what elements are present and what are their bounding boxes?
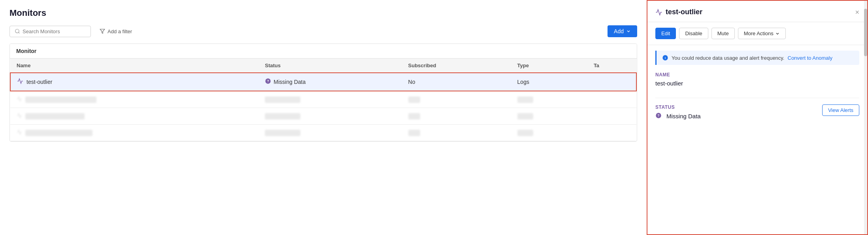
filter-button[interactable]: Add a filter [96,26,136,37]
col-type: Type [511,59,587,73]
detail-panel-title: test-outlier [655,8,702,16]
monitor-icon [17,96,22,103]
toolbar: Add a filter Add [9,25,637,37]
col-ta: Ta [587,59,636,73]
svg-text:?: ? [267,79,269,83]
name-section: Name test-outlier [647,70,867,93]
chevron-down-icon [626,29,631,34]
monitor-name: ■■■■■■■■■■ [25,130,92,136]
more-actions-button[interactable]: More Actions [738,28,786,39]
section-divider [655,98,859,98]
status-cell: ? Missing Data [259,73,402,91]
svg-point-0 [15,29,19,33]
outlier-icon [17,78,23,86]
close-button[interactable]: × [855,9,859,16]
detail-panel-header: test-outlier × [647,1,867,22]
info-banner: i You could reduce data usage and alert … [655,51,859,65]
search-icon [15,28,20,34]
status-left: Status ? Missing Data [655,104,822,120]
col-status: Status [259,59,402,73]
subscribed-cell: No [402,73,511,91]
status-cell: ■■■■■ [259,125,402,141]
monitor-name: ■■■■■■■■■ [25,113,85,119]
page-title: Monitors [9,8,637,18]
type-cell: Logs [511,73,587,91]
add-button[interactable]: Add [608,25,637,37]
type-cell: ■■■ [511,125,587,141]
view-alerts-button[interactable]: View Alerts [822,104,859,116]
monitor-name-cell: test-outlier [10,73,259,91]
left-panel: Monitors Add a filter Add [0,0,647,235]
scrollbar-thumb[interactable] [864,9,867,56]
monitor-name-cell: ■■■■■■■■■ [10,108,259,125]
add-label: Add [614,28,624,34]
col-name: Name [10,59,259,73]
table-section-header: Monitor [10,44,637,59]
status-cell: ■■■■■ [259,108,402,125]
status-label: Status [655,104,822,110]
outlier-title-icon [655,9,662,16]
monitor-icon [17,113,22,119]
type-cell: ■■■ [511,91,587,108]
status-icon: ? [655,112,662,120]
subscribed-cell: ■■ [402,108,511,125]
search-input[interactable] [23,28,86,34]
detail-title-text: test-outlier [666,8,702,16]
mute-button[interactable]: Mute [711,28,735,39]
status-section: Status ? Missing Data View Alerts [647,103,867,126]
table-row[interactable]: test-outlier ? [10,73,636,91]
status-value-cell: ? Missing Data [655,112,822,120]
table-header-row: Name Status Subscribed Type Ta [10,59,636,73]
action-bar: Edit Disable Mute More Actions [647,22,867,45]
table-row[interactable]: ■■■■■■■■■■ ■■■■■ ■■ ■■■ [10,125,636,141]
status-value: Missing Data [274,79,306,85]
convert-to-anomaly-link[interactable]: Convert to Anomaly [788,55,832,61]
subscribed-cell: ■■ [402,91,511,108]
ta-cell [587,73,636,91]
info-text: You could reduce data usage and alert fr… [672,55,785,61]
status-value: Missing Data [666,113,701,119]
chevron-down-icon [775,31,780,36]
table-row[interactable]: ■■■■■■■■■■■ ■■■■■ ■■ ■■■ [10,91,636,108]
monitor-icon [17,129,22,136]
subscribed-cell: ■■ [402,125,511,141]
ta-cell [587,108,636,125]
svg-text:?: ? [657,114,659,117]
more-actions-label: More Actions [744,30,774,36]
status-cell: ■■■■■ [259,91,402,108]
info-icon: i [662,55,668,61]
monitor-name-cell: ■■■■■■■■■■■ [10,91,259,108]
ta-cell [587,91,636,108]
name-value: test-outlier [655,80,859,87]
name-label: Name [655,72,859,78]
monitors-table: Monitor Name Status Subscribed Type Ta [9,44,637,142]
search-box[interactable] [9,26,91,37]
type-cell: ■■■ [511,108,587,125]
filter-label: Add a filter [108,28,132,34]
table-row[interactable]: ■■■■■■■■■ ■■■■■ ■■ ■■■ [10,108,636,125]
monitor-name-cell: ■■■■■■■■■■ [10,125,259,141]
scrollbar-track[interactable] [864,1,867,234]
disable-button[interactable]: Disable [679,28,708,39]
col-subscribed: Subscribed [402,59,511,73]
filter-icon [100,28,105,34]
monitor-name: ■■■■■■■■■■■ [25,97,96,103]
monitor-name: test-outlier [26,79,52,85]
detail-panel: test-outlier × Edit Disable Mute More Ac… [647,0,868,235]
edit-button[interactable]: Edit [655,28,676,39]
ta-cell [587,125,636,141]
svg-text:i: i [665,56,666,60]
svg-marker-1 [100,29,105,34]
missing-data-icon: ? [265,78,271,86]
